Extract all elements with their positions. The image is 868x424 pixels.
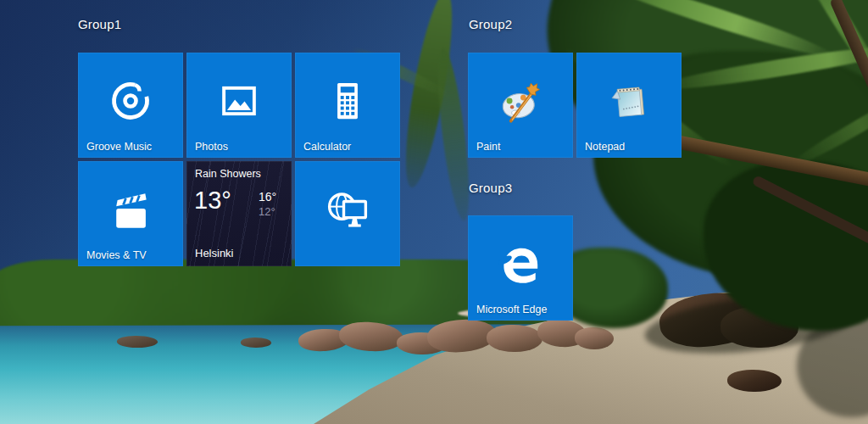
movies-tv-icon: [108, 187, 153, 232]
group-name[interactable]: Group1: [78, 17, 121, 31]
tile-notepad[interactable]: Notepad: [576, 53, 682, 158]
weather-high: 16°: [259, 190, 276, 204]
start-screen: Group1 Groove Music Photos: [0, 0, 868, 424]
weather-condition: Rain Showers: [195, 168, 261, 180]
notepad-icon: [606, 78, 652, 124]
group-name[interactable]: Group2: [469, 17, 512, 31]
weather-location: Helsinki: [195, 247, 234, 259]
microsoft-edge-icon: [497, 241, 544, 288]
weather-temperature: 13°: [194, 187, 231, 215]
tile-label: Notepad: [585, 141, 625, 153]
tile-label: Groove Music: [86, 141, 152, 153]
tile-group-3: Group3: [469, 181, 512, 195]
groove-music-icon: [108, 79, 153, 123]
paint-icon: [498, 78, 543, 124]
group-2-tiles: Paint: [468, 53, 682, 158]
tile-groove-music[interactable]: Groove Music: [78, 53, 183, 158]
group-1-tiles: Groove Music Photos Calculator: [78, 53, 400, 266]
tile-calculator[interactable]: Calculator: [295, 53, 400, 158]
rock: [241, 338, 271, 348]
tile-network-globe[interactable]: [295, 161, 400, 266]
tile-paint[interactable]: Paint: [468, 53, 573, 158]
tile-label: Microsoft Edge: [476, 304, 547, 315]
globe-monitor-icon: [325, 187, 370, 232]
tile-microsoft-edge[interactable]: Microsoft Edge: [468, 215, 573, 321]
tile-movies-tv[interactable]: Movies & TV: [78, 161, 183, 266]
group-name[interactable]: Group3: [469, 181, 512, 195]
tile-group-2: Group2: [469, 17, 512, 31]
tile-label: Calculator: [303, 141, 351, 153]
photos-icon: [217, 79, 261, 123]
tile-label: Photos: [195, 141, 228, 153]
group-3-tiles: Microsoft Edge: [468, 215, 573, 321]
calculator-icon: [326, 79, 370, 123]
tile-weather-live[interactable]: Rain Showers 13° 16° 12° Helsinki: [186, 161, 292, 266]
weather-low: 12°: [259, 205, 275, 218]
rock: [575, 327, 614, 349]
tile-photos[interactable]: Photos: [186, 53, 292, 158]
rock: [487, 325, 542, 352]
rock: [117, 336, 158, 348]
rock: [727, 370, 782, 392]
tile-label: Movies & TV: [86, 249, 147, 261]
tile-label: Paint: [476, 141, 501, 153]
tile-group-1: Group1: [78, 17, 121, 31]
